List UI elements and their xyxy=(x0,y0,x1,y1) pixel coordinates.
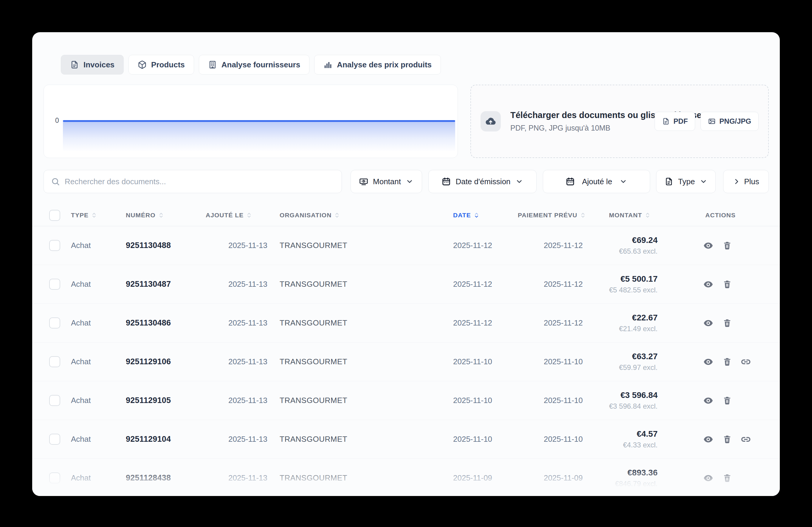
link-icon xyxy=(740,356,751,367)
cell-paiement-prevu: 2025-11-10 xyxy=(518,435,609,444)
montant-excl: €846.79 excl. xyxy=(609,480,657,488)
montant-excl: €59.97 excl. xyxy=(609,363,657,372)
filter-type-button[interactable]: Type xyxy=(656,170,716,193)
upload-pdf-label: PDF xyxy=(673,117,688,126)
eye-icon xyxy=(703,279,713,290)
cell-ajoute-le: 2025-11-13 xyxy=(206,280,280,289)
montant-incl: €69.24 xyxy=(609,235,657,245)
chart-y-tick: 0 xyxy=(55,117,59,125)
delete-action-button[interactable] xyxy=(722,279,733,290)
table-body: Achat 9251130488 2025-11-13 TRANSGOURMET… xyxy=(32,226,780,496)
column-header-organisation[interactable]: ORGANISATION xyxy=(280,211,453,219)
row-checkbox[interactable] xyxy=(49,279,60,290)
view-action-button[interactable] xyxy=(703,279,714,290)
select-all-checkbox[interactable] xyxy=(49,210,60,221)
tab-label: Invoices xyxy=(84,60,115,70)
upload-png-jpg-button[interactable]: PNG/JPG xyxy=(700,112,759,131)
calendar-icon xyxy=(442,177,451,186)
eye-icon xyxy=(703,434,713,444)
sort-icon xyxy=(159,211,164,219)
cell-numero: 9251130486 xyxy=(126,318,206,327)
search-input[interactable] xyxy=(65,177,334,186)
delete-action-button[interactable] xyxy=(722,434,733,445)
link-action-button[interactable] xyxy=(740,434,751,445)
montant-excl: €5 482.55 excl. xyxy=(609,286,657,294)
cell-paiement-prevu: 2025-11-12 xyxy=(518,280,609,289)
table-row[interactable]: Achat 9251129104 2025-11-13 TRANSGOURMET… xyxy=(32,420,780,459)
cell-paiement-prevu: 2025-11-12 xyxy=(518,318,609,327)
tab-invoices[interactable]: Invoices xyxy=(61,55,124,74)
search-box[interactable] xyxy=(44,170,342,193)
column-header-ajoute-le[interactable]: AJOUTÉ LE xyxy=(206,211,280,219)
table-row[interactable]: Achat 9251129106 2025-11-13 TRANSGOURMET… xyxy=(32,342,780,381)
upload-pdf-button[interactable]: PDF xyxy=(655,112,695,131)
cell-actions xyxy=(669,434,780,445)
cell-paiement-prevu: 2025-11-12 xyxy=(518,241,609,250)
table-row[interactable]: Achat 9251128438 2025-11-13 TRANSGOURMET… xyxy=(32,459,780,496)
column-header-type[interactable]: TYPE xyxy=(71,211,126,219)
column-label: DATE xyxy=(453,211,471,219)
cell-date: 2025-11-12 xyxy=(453,241,518,250)
chevron-down-icon xyxy=(700,178,707,186)
trash-icon xyxy=(723,396,732,405)
cell-ajoute-le: 2025-11-13 xyxy=(206,396,280,405)
table-row[interactable]: Achat 9251130488 2025-11-13 TRANSGOURMET… xyxy=(32,226,780,265)
row-checkbox[interactable] xyxy=(49,356,60,367)
row-checkbox[interactable] xyxy=(49,434,60,445)
delete-action-button[interactable] xyxy=(722,356,733,367)
row-checkbox[interactable] xyxy=(49,240,60,251)
column-label: AJOUTÉ LE xyxy=(206,211,244,219)
view-action-button[interactable] xyxy=(703,434,714,445)
table-row[interactable]: Achat 9251129105 2025-11-13 TRANSGOURMET… xyxy=(32,381,780,420)
cell-numero: 9251128438 xyxy=(126,473,206,483)
view-action-button[interactable] xyxy=(703,395,714,406)
cell-ajoute-le: 2025-11-13 xyxy=(206,473,280,483)
upload-dropzone[interactable]: Télécharger des documents ou glisser-dép… xyxy=(470,85,769,158)
tab-analyse-prix-produits[interactable]: Analyse des prix produits xyxy=(314,55,441,74)
cell-organisation: TRANSGOURMET xyxy=(280,357,453,366)
tab-products[interactable]: Products xyxy=(129,55,194,74)
row-checkbox[interactable] xyxy=(49,395,60,406)
column-header-paiement-prevu[interactable]: PAIEMENT PRÉVU xyxy=(518,211,609,219)
row-checkbox[interactable] xyxy=(49,318,60,328)
link-action-button[interactable] xyxy=(740,356,751,367)
montant-incl: €3 596.84 xyxy=(609,391,657,400)
cell-organisation: TRANSGOURMET xyxy=(280,435,453,444)
table-row[interactable]: Achat 9251130486 2025-11-13 TRANSGOURMET… xyxy=(32,304,780,342)
column-header-date[interactable]: DATE xyxy=(453,211,518,219)
banknote-icon xyxy=(359,177,368,186)
delete-action-button[interactable] xyxy=(722,473,733,483)
row-checkbox[interactable] xyxy=(49,472,60,483)
cell-actions xyxy=(669,318,780,328)
filter-montant-button[interactable]: Montant xyxy=(350,170,422,193)
cell-actions xyxy=(669,240,780,251)
eye-icon xyxy=(703,318,713,328)
tab-label: Analyse fournisseurs xyxy=(221,60,300,70)
calendar-icon xyxy=(566,177,575,186)
filter-ajoute-le-button[interactable]: Ajouté le xyxy=(543,170,650,193)
cell-montant: €63.27 €59.97 excl. xyxy=(609,352,669,372)
filter-date-emission-button[interactable]: Date d'émission xyxy=(429,170,537,193)
cell-actions xyxy=(669,356,780,367)
view-action-button[interactable] xyxy=(703,473,714,483)
cell-montant: €893.36 €846.79 excl. xyxy=(609,468,669,488)
montant-incl: €4.57 xyxy=(609,429,657,439)
view-action-button[interactable] xyxy=(703,356,714,367)
cell-ajoute-le: 2025-11-13 xyxy=(206,318,280,327)
trash-icon xyxy=(723,435,732,444)
tab-analyse-fournisseurs[interactable]: Analyse fournisseurs xyxy=(199,55,309,74)
cell-numero: 9251130488 xyxy=(126,241,206,250)
filter-plus-button[interactable]: Plus xyxy=(723,170,769,193)
cell-ajoute-le: 2025-11-13 xyxy=(206,357,280,366)
column-header-numero[interactable]: NUMÉRO xyxy=(126,211,206,219)
view-action-button[interactable] xyxy=(703,240,714,251)
delete-action-button[interactable] xyxy=(722,240,733,251)
delete-action-button[interactable] xyxy=(722,318,733,328)
cell-type: Achat xyxy=(71,280,126,289)
table-row[interactable]: Achat 9251130487 2025-11-13 TRANSGOURMET… xyxy=(32,265,780,304)
trash-icon xyxy=(723,280,732,289)
eye-icon xyxy=(703,357,713,367)
column-header-montant[interactable]: MONTANT xyxy=(609,211,669,219)
delete-action-button[interactable] xyxy=(722,395,733,406)
view-action-button[interactable] xyxy=(703,318,714,328)
